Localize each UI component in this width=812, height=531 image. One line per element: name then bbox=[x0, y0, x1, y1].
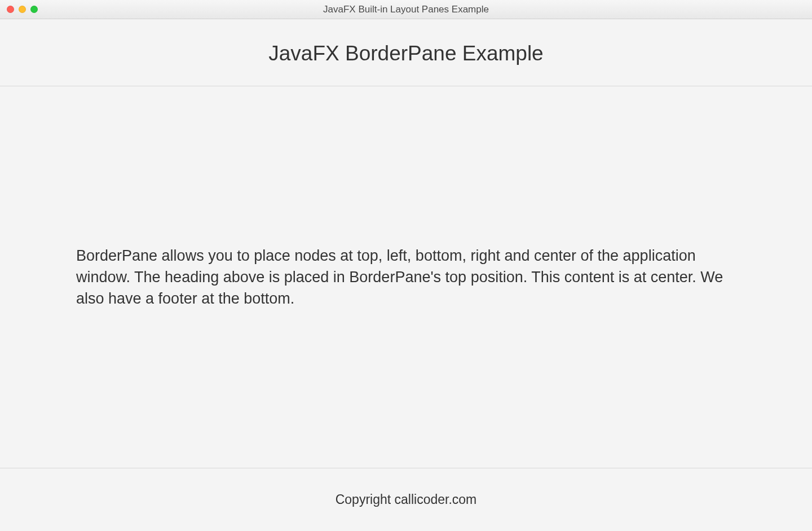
traffic-lights bbox=[7, 6, 38, 13]
footer-text: Copyright callicoder.com bbox=[0, 492, 812, 507]
application-window: JavaFX Built-in Layout Panes Example Jav… bbox=[0, 0, 812, 531]
border-pane-center: BorderPane allows you to place nodes at … bbox=[0, 86, 812, 468]
window-title: JavaFX Built-in Layout Panes Example bbox=[323, 4, 489, 15]
zoom-icon[interactable] bbox=[30, 6, 38, 13]
close-icon[interactable] bbox=[7, 6, 14, 13]
title-bar: JavaFX Built-in Layout Panes Example bbox=[0, 0, 812, 19]
border-pane-bottom: Copyright callicoder.com bbox=[0, 468, 812, 531]
page-heading: JavaFX BorderPane Example bbox=[0, 42, 812, 65]
border-pane: JavaFX BorderPane Example BorderPane all… bbox=[0, 19, 812, 531]
minimize-icon[interactable] bbox=[19, 6, 26, 13]
border-pane-top: JavaFX BorderPane Example bbox=[0, 19, 812, 86]
body-text: BorderPane allows you to place nodes at … bbox=[76, 245, 736, 310]
